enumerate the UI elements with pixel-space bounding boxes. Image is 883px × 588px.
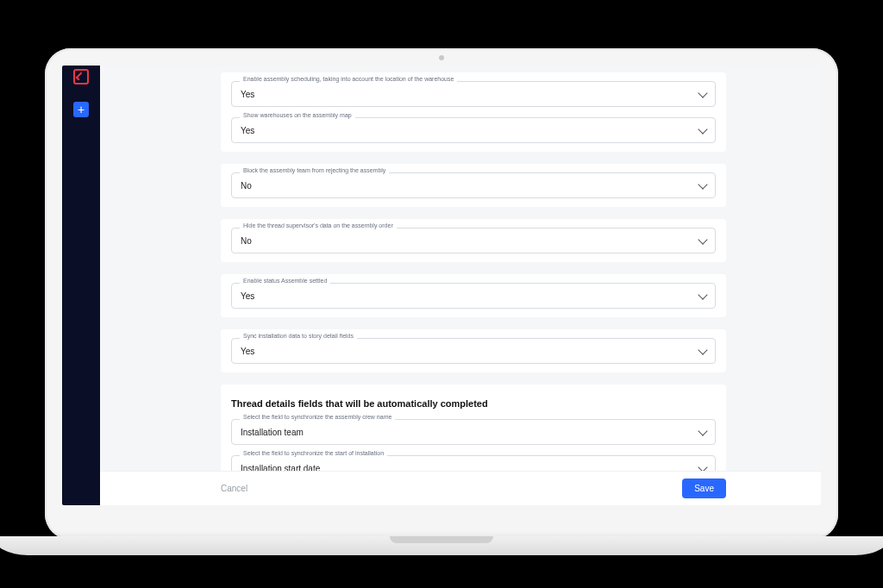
chevron-down-icon xyxy=(698,345,707,354)
save-button[interactable]: Save xyxy=(682,479,726,498)
field-label: Select the field to synchronize the asse… xyxy=(240,414,395,420)
screen: + Enable assembly scheduling, taking int… xyxy=(62,66,821,505)
chevron-down-icon xyxy=(698,290,707,299)
chevron-down-icon xyxy=(698,88,707,97)
chevron-down-icon xyxy=(698,124,707,134)
select-block-rejecting[interactable]: No xyxy=(231,172,716,198)
setting-field: Sync installation data to story detail f… xyxy=(231,338,716,364)
app-logo-icon[interactable] xyxy=(73,69,89,84)
setting-field: Show warehouses on the assembly map Yes xyxy=(231,117,716,143)
setting-field: Enable assembly scheduling, taking into … xyxy=(231,81,716,107)
select-show-warehouses[interactable]: Yes xyxy=(231,117,716,143)
select-value: Installation start date xyxy=(241,464,320,472)
select-value: Yes xyxy=(241,291,254,301)
select-assembly-scheduling[interactable]: Yes xyxy=(231,81,716,107)
field-label: Sync installation data to story detail f… xyxy=(240,333,357,339)
select-value: No xyxy=(241,181,252,191)
select-crew-name-field[interactable]: Installation team xyxy=(231,419,716,445)
add-button[interactable]: + xyxy=(73,102,89,117)
sidebar: + xyxy=(62,66,100,505)
footer: Cancel Save xyxy=(100,471,821,505)
settings-card: Sync installation data to story detail f… xyxy=(221,329,726,372)
select-value: Installation team xyxy=(241,428,304,437)
cancel-button[interactable]: Cancel xyxy=(221,484,247,493)
select-start-field[interactable]: Installation start date xyxy=(231,455,716,471)
thread-field: Select the field to synchronize the asse… xyxy=(231,419,716,445)
chevron-down-icon xyxy=(698,462,707,471)
chevron-down-icon xyxy=(698,426,707,435)
field-label: Show warehouses on the assembly map xyxy=(240,112,355,118)
section-title: Thread details fields that will be autom… xyxy=(231,398,716,409)
camera-dot xyxy=(439,55,444,60)
setting-field: Enable status Assemble settled Yes xyxy=(231,283,716,309)
select-hide-supervisor[interactable]: No xyxy=(231,228,716,253)
settings-card: Enable status Assemble settled Yes xyxy=(221,274,726,317)
main-pane: Enable assembly scheduling, taking into … xyxy=(100,66,821,505)
chevron-down-icon xyxy=(698,179,707,189)
field-label: Block the assembly team from rejecting t… xyxy=(240,167,389,173)
select-value: No xyxy=(241,236,252,246)
select-value: Yes xyxy=(241,347,254,356)
setting-field: Block the assembly team from rejecting t… xyxy=(231,172,716,198)
thread-details-card: Thread details fields that will be autom… xyxy=(221,385,726,471)
setting-field: Hide the thread supervisor's data on the… xyxy=(231,228,716,253)
select-enable-settled[interactable]: Yes xyxy=(231,283,716,309)
settings-content: Enable assembly scheduling, taking into … xyxy=(100,66,821,471)
laptop-frame: + Enable assembly scheduling, taking int… xyxy=(45,48,838,540)
select-sync-installation[interactable]: Yes xyxy=(231,338,716,364)
laptop-base xyxy=(0,536,883,555)
settings-card: Enable assembly scheduling, taking into … xyxy=(221,72,726,152)
thread-field: Select the field to synchronize the star… xyxy=(231,455,716,471)
field-label: Select the field to synchronize the star… xyxy=(240,450,387,456)
chevron-down-icon xyxy=(698,235,707,244)
settings-card: Hide the thread supervisor's data on the… xyxy=(221,219,726,262)
settings-card: Block the assembly team from rejecting t… xyxy=(221,164,726,207)
select-value: Yes xyxy=(241,126,254,135)
select-value: Yes xyxy=(241,90,254,99)
field-label: Enable assembly scheduling, taking into … xyxy=(240,76,457,82)
field-label: Hide the thread supervisor's data on the… xyxy=(240,222,397,228)
field-label: Enable status Assemble settled xyxy=(240,278,330,284)
